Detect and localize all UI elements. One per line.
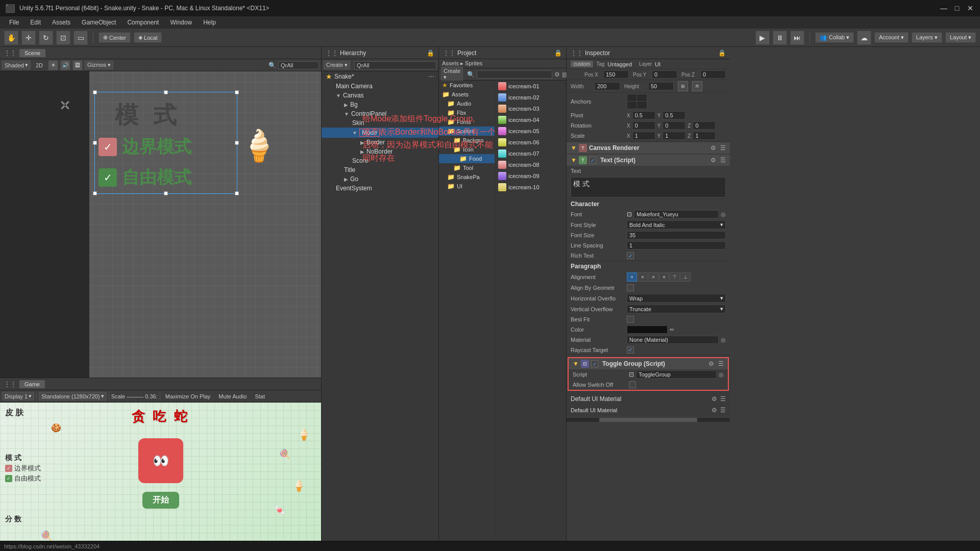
maximize-button[interactable]: □ bbox=[952, 4, 962, 13]
align-by-geometry-checkbox[interactable] bbox=[627, 284, 634, 291]
hierarchy-content[interactable]: ★ Snake* ⋯ Main Camera ▼ Canvas ▶ Bg bbox=[322, 71, 438, 551]
inspector-scrollbar[interactable] bbox=[567, 418, 730, 422]
game-content[interactable]: 皮 肤 贪 吃 蛇 👀 开始 模 式 ✓ 边界模式 ✓ 自由模式 bbox=[0, 403, 321, 551]
best-fit-checkbox[interactable] bbox=[627, 316, 634, 323]
align-left-button[interactable]: ≡ bbox=[627, 272, 637, 282]
play-button[interactable]: ▶ bbox=[755, 31, 770, 45]
hierarchy-scene-root[interactable]: ★ Snake* ⋯ bbox=[322, 71, 438, 82]
hierarchy-item-noborder[interactable]: ▶ NoBorder bbox=[322, 147, 438, 156]
scale-z-input[interactable] bbox=[693, 132, 716, 140]
inspector-scrollbar-thumb[interactable] bbox=[599, 418, 697, 422]
text-content-box[interactable]: 模 式 bbox=[571, 177, 726, 197]
2d-button[interactable]: 2D bbox=[33, 61, 46, 69]
menu-component[interactable]: Component bbox=[122, 18, 164, 27]
rot-y-input[interactable] bbox=[663, 121, 685, 130]
tool-folder[interactable]: 📁 Tool bbox=[439, 163, 495, 172]
font-style-dropdown[interactable]: Bold And Italic ▾ bbox=[627, 220, 726, 229]
font-link-icon[interactable]: ◎ bbox=[721, 211, 726, 218]
height-input[interactable] bbox=[648, 82, 674, 90]
hierarchy-item-score[interactable]: Score bbox=[322, 156, 438, 165]
border-checkbox[interactable]: ✓ bbox=[99, 138, 117, 156]
asset-icecream-04[interactable]: icecream-04 bbox=[495, 114, 566, 126]
rotate-tool-button[interactable]: ↻ bbox=[39, 31, 53, 45]
inspector-lock-icon[interactable]: 🔒 bbox=[718, 49, 726, 57]
maximize-on-play-button[interactable]: Maximize On Play bbox=[162, 392, 214, 400]
background-folder[interactable]: 📁 Backgro bbox=[439, 136, 495, 145]
inspector-scroll[interactable]: custom Tag Untagged Layer UI Pos X Pos bbox=[567, 59, 730, 551]
pos-y-input[interactable] bbox=[652, 70, 677, 79]
asset-icecream-06[interactable]: icecream-06 bbox=[495, 137, 566, 148]
food-folder[interactable]: 📁 Food bbox=[439, 154, 495, 163]
free-checkbox[interactable]: ✓ bbox=[99, 168, 117, 187]
project-assets-folder[interactable]: 📁 Assets bbox=[439, 90, 495, 99]
align-right-button[interactable]: ≡ bbox=[648, 272, 658, 282]
gizmos-dropdown[interactable]: Gizmos ▾ bbox=[85, 61, 113, 69]
raycast-target-checkbox[interactable] bbox=[627, 346, 634, 354]
menu-window[interactable]: Window bbox=[165, 18, 197, 27]
menu-help[interactable]: Help bbox=[198, 18, 221, 27]
menu-file[interactable]: File bbox=[4, 18, 24, 27]
canvas-renderer-menu-icon[interactable]: ☰ bbox=[720, 144, 726, 152]
light-button[interactable]: ☀ bbox=[48, 60, 58, 70]
color-picker-icon[interactable]: ✏ bbox=[670, 327, 674, 333]
pivot-button[interactable]: ⊕ Center bbox=[99, 32, 131, 43]
pos-x-input[interactable] bbox=[603, 70, 629, 79]
scene-tab[interactable]: Scene bbox=[19, 49, 45, 57]
fonts-folder[interactable]: 📁 Fonts bbox=[439, 117, 495, 127]
layers-button[interactable]: Layers ▾ bbox=[912, 32, 942, 43]
asset-icecream-07[interactable]: icecream-07 bbox=[495, 148, 566, 159]
hierarchy-item-mode[interactable]: ▼ Mode bbox=[322, 128, 438, 138]
asset-icecream-02[interactable]: icecream-02 bbox=[495, 92, 566, 103]
scale-x-input[interactable] bbox=[632, 132, 655, 140]
sprites-folder[interactable]: 📁 Sprites bbox=[439, 127, 495, 136]
align-middle-button[interactable]: ⊥ bbox=[680, 272, 691, 282]
toggle-group-gear-icon[interactable]: ⚙ bbox=[708, 360, 714, 367]
account-button[interactable]: Account ▾ bbox=[874, 32, 909, 43]
text-script-header[interactable]: ▼ T Text (Script) ⚙ ☰ bbox=[567, 155, 730, 166]
project-search-input[interactable] bbox=[477, 70, 552, 79]
hierarchy-item-controlpanel[interactable]: ▼ ControlPanel bbox=[322, 109, 438, 118]
mute-audio-button[interactable]: Mute Audio bbox=[215, 392, 250, 400]
hierarchy-item-title[interactable]: Title bbox=[322, 165, 438, 174]
width-input[interactable] bbox=[595, 82, 620, 90]
audio-folder[interactable]: 📁 Audio bbox=[439, 99, 495, 108]
toggle-group-header[interactable]: ▼ ⊡ Toggle Group (Script) ⚙ ☰ bbox=[569, 358, 728, 369]
favorites-section[interactable]: ★ Favorites bbox=[439, 81, 495, 90]
toggle-group-menu-icon[interactable]: ☰ bbox=[718, 360, 724, 367]
project-settings-icon[interactable]: ⚙ bbox=[554, 71, 560, 78]
pos-z-input[interactable] bbox=[700, 70, 726, 79]
default-material-menu2[interactable]: ☰ bbox=[720, 407, 726, 414]
hierarchy-search-input[interactable] bbox=[354, 61, 436, 69]
canvas-renderer-header[interactable]: ▼ T Canvas Renderer ⚙ ☰ bbox=[567, 142, 730, 154]
menu-gameobject[interactable]: GameObject bbox=[77, 18, 121, 27]
game-start-button[interactable]: 开始 bbox=[142, 492, 179, 509]
material-link-icon[interactable]: ◎ bbox=[721, 337, 726, 343]
font-size-input[interactable] bbox=[627, 231, 726, 239]
hierarchy-item-bg[interactable]: ▶ Bg bbox=[322, 100, 438, 109]
scene-content[interactable]: ✛ 模 式 ✓ 边界模式 bbox=[0, 71, 321, 378]
asset-icecream-10[interactable]: icecream-10 bbox=[495, 182, 566, 193]
asset-icecream-05[interactable]: icecream-05 bbox=[495, 126, 566, 137]
reset-button[interactable]: R bbox=[692, 81, 702, 91]
scale-tool-button[interactable]: ⊡ bbox=[56, 31, 70, 45]
text-script-gear-icon[interactable]: ⚙ bbox=[710, 157, 716, 164]
project-create-dropdown[interactable]: Create ▾ bbox=[441, 67, 463, 82]
align-justify-button[interactable]: ≡ bbox=[659, 272, 669, 282]
scene-search-input[interactable] bbox=[278, 61, 319, 69]
asset-icecream-09[interactable]: icecream-09 bbox=[495, 170, 566, 182]
hierarchy-item-maincamera[interactable]: Main Camera bbox=[322, 82, 438, 91]
hierarchy-item-skin[interactable]: Skin bbox=[322, 118, 438, 128]
toggle-script-link-icon[interactable]: ◎ bbox=[719, 371, 724, 378]
hierarchy-lock-icon[interactable]: 🔒 bbox=[427, 49, 434, 57]
rot-x-input[interactable] bbox=[632, 121, 655, 130]
fbx-folder[interactable]: 📁 Fbx bbox=[439, 108, 495, 117]
snakepa-folder[interactable]: 📁 SnakePa bbox=[439, 172, 495, 182]
hierarchy-item-border[interactable]: ▶ Border bbox=[322, 138, 438, 147]
align-center-button[interactable]: ≡ bbox=[638, 272, 648, 282]
hierarchy-item-eventsystem[interactable]: EventSystem bbox=[322, 184, 438, 193]
text-script-menu-icon[interactable]: ☰ bbox=[720, 157, 726, 164]
color-swatch[interactable] bbox=[627, 325, 668, 334]
anchors-preset[interactable] bbox=[627, 94, 647, 109]
resolution-dropdown[interactable]: Standalone (1280x720) ▾ bbox=[39, 392, 106, 400]
default-material-gear2[interactable]: ⚙ bbox=[712, 407, 717, 414]
